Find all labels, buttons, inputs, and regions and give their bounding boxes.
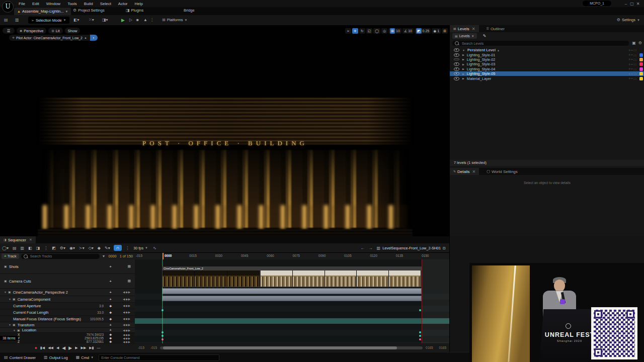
forward-arrow-icon[interactable]: → [369, 246, 373, 250]
keyframe-nav-icons[interactable]: ◀◆▶ [123, 304, 131, 307]
camera-actor-bar[interactable] [162, 296, 422, 301]
add-key-icon[interactable]: ✚ [109, 333, 112, 336]
keyframe-nav-icons[interactable]: ◀◆▶ [123, 337, 131, 340]
track-value[interactable]: 3.9 [99, 304, 104, 308]
world-space-icon[interactable]: ◯ [373, 28, 380, 34]
close-icon[interactable]: ✕ [472, 27, 475, 31]
visibility-eye-icon[interactable] [454, 67, 459, 71]
tools-wrench-icon[interactable]: ⚙▾ [60, 246, 65, 250]
cinematics-icon[interactable]: ◨▾ [102, 18, 108, 22]
track-row-cinecameraactor-perspective-2[interactable]: ▼▣CineCameraActor_Perspective 2+◀◆▶ [0, 289, 135, 296]
curve-editor-icon[interactable]: ∿ [153, 246, 156, 250]
maximize-button[interactable]: ▢ [629, 2, 635, 6]
back-arrow-icon[interactable]: ← [361, 246, 365, 250]
console-command-input[interactable] [99, 354, 219, 361]
settings-dropdown[interactable]: ⚙ Settings ▼ [617, 18, 640, 22]
scale-snap-toggle[interactable]: ◩0.25 [415, 28, 431, 34]
snap-magnet-icon[interactable]: ∩ [114, 245, 122, 251]
add-section-icon[interactable]: + [109, 264, 112, 269]
add-level-icon[interactable]: ▣ [632, 41, 636, 45]
play-viewport-button[interactable]: ▷ [129, 18, 132, 22]
close-button[interactable]: ✕ [635, 2, 641, 6]
add-actor-icon[interactable]: ◩ [52, 246, 56, 250]
keyframe-nav-icons[interactable]: ◀◆▶ [123, 291, 131, 294]
prev-key-button[interactable]: ◀◀ [48, 346, 53, 350]
play-reverse-button[interactable]: ◀ [62, 345, 65, 350]
track-row-transform[interactable]: ▼▣Transform+◀◆▶ [0, 322, 135, 328]
visibility-eye-icon[interactable] [454, 62, 459, 66]
select-tool-icon[interactable]: ➢ [345, 28, 351, 34]
show-dropdown[interactable]: Show [65, 28, 80, 34]
level-row[interactable]: ▶Lighting_Style-01○▫⁝⁝ [450, 52, 644, 57]
track-value[interactable]: 877.332661 [87, 340, 104, 343]
timeline-lanes[interactable]: CineCameraActor_Front_Low_2 [135, 259, 449, 343]
loop-mode-button[interactable]: — [97, 346, 101, 349]
timeline-ruler[interactable]: -015 0000 001500300045006000750090010501… [135, 253, 449, 260]
viewport-menu-icon[interactable]: ☰ [3, 28, 15, 34]
track-value[interactable]: 2563.825195 [85, 336, 104, 340]
add-track-button[interactable]: + Track [2, 253, 19, 259]
close-icon[interactable]: ✕ [29, 238, 32, 242]
eject-button[interactable]: ▲ [143, 18, 147, 22]
level-row[interactable]: ▶Material_Layer○▫⁝⁝ [450, 76, 644, 80]
menu-window[interactable]: Window [46, 2, 60, 6]
expander-icon[interactable]: ▼ [9, 298, 11, 301]
visibility-eye-icon[interactable] [454, 72, 459, 75]
keyframe-icon[interactable] [419, 331, 421, 333]
view-options-eye-icon[interactable]: ◉▾ [69, 246, 75, 250]
plugins-button[interactable]: ◨ Plugins [126, 8, 143, 13]
current-frame-field[interactable]: 0000 [108, 254, 116, 258]
menu-build[interactable]: Build [84, 2, 93, 6]
level-row[interactable]: ▶Lighting_Style-02○▫⁝⁝ [450, 57, 644, 62]
sequencer-timeline[interactable]: -015 0000 001500300045006000750090010501… [135, 253, 449, 343]
save-icon[interactable]: ▤ [4, 18, 8, 22]
track-row-location[interactable]: ▼▣Location+◀◆▶ [0, 328, 135, 333]
track-search-input[interactable] [29, 254, 98, 258]
browse-sequence-icon[interactable]: ▥ [21, 246, 25, 250]
settings-gear-icon[interactable]: ⚙ [638, 41, 642, 45]
perspective-dropdown[interactable]: ◉ Perspective [17, 28, 46, 34]
level-row[interactable]: ▶Lighting_Style-05○▫⁝⁝ [450, 71, 644, 76]
track-row-current-aperture[interactable]: Current Aperture3.9✚◀◆▶ [0, 303, 135, 309]
keyframe-nav-icons[interactable]: ◀◆▶ [123, 333, 131, 336]
edit-icon[interactable]: ✎ [483, 34, 487, 38]
tab-outliner[interactable]: ☰ Outliner [483, 25, 508, 32]
jump-start-button[interactable]: ▮◀ [40, 346, 45, 350]
camera-icon[interactable]: ◨ [36, 246, 40, 250]
add-key-icon[interactable]: ✚ [109, 311, 112, 314]
level-color-chip[interactable] [639, 53, 643, 57]
add-section-icon[interactable]: + [109, 323, 112, 327]
record-button[interactable]: ● [34, 345, 37, 350]
jump-end-button[interactable]: ▶▮ [89, 346, 94, 350]
keyframe-icon[interactable] [419, 309, 421, 311]
levels-search-input[interactable] [461, 41, 626, 46]
add-actor-icon[interactable]: ◧▾ [73, 18, 79, 22]
surface-snap-icon[interactable]: ◎ [381, 28, 387, 34]
edit-pencil-icon[interactable]: ✎▾ [105, 246, 110, 250]
view-mode-dropdown[interactable]: ◍ Lit [48, 28, 62, 34]
blueprints-icon[interactable]: ⁙▾ [89, 18, 94, 22]
add-key-icon[interactable]: ✚ [109, 336, 112, 340]
content-browser-icon[interactable]: ▥ [15, 18, 19, 22]
track-row-shots[interactable]: ▣Shots+▦ [0, 259, 135, 274]
step-back-button[interactable]: ◀ [56, 346, 59, 350]
shot-clip[interactable] [260, 266, 422, 287]
maximize-viewport-icon[interactable]: ⊞ [442, 28, 448, 34]
track-row-y[interactable]: Y2563.825195✚◀◆▶ [0, 336, 135, 340]
level-color-chip[interactable] [639, 58, 643, 61]
keyframe-icon[interactable] [419, 338, 421, 340]
grid-snap-toggle[interactable]: ⊞10 [388, 28, 401, 34]
levels-search-box[interactable] [452, 41, 629, 46]
camera-icon[interactable]: ▦ [127, 264, 131, 268]
step-forward-button[interactable]: ▶ [75, 346, 77, 350]
level-color-chip[interactable] [639, 77, 643, 80]
project-settings-button[interactable]: ⚙ Project Settings [73, 8, 105, 13]
pilot-actor-banner[interactable]: ✛ Pilot Actor: CineCameraActor_Front_Low… [9, 35, 90, 41]
filter-funnel-icon[interactable]: ▼ [102, 254, 105, 258]
render-movie-icon[interactable]: ◧ [28, 246, 32, 250]
scale-tool-icon[interactable]: ◱ [366, 28, 373, 34]
track-row-current-focal-length[interactable]: Current Focal Length33.0✚◀◆▶ [0, 309, 135, 316]
camera-speed-control[interactable]: ◉1 [432, 28, 441, 34]
bridge-button[interactable]: Bridge [184, 8, 195, 13]
track-row-camera-cuts[interactable]: ▣Camera Cuts+▦ [0, 274, 135, 289]
